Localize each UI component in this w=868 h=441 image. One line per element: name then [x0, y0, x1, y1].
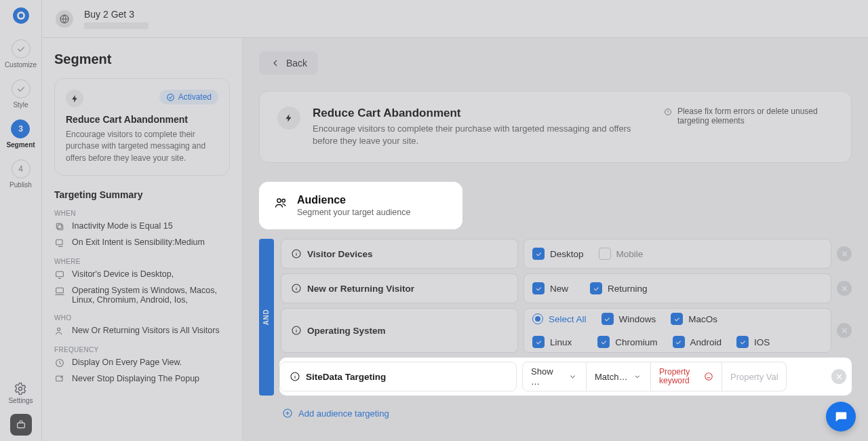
rule-label: Operating System: [281, 308, 518, 353]
error-icon: [704, 372, 713, 381]
os-icon: [54, 286, 65, 296]
summary-where-label: WHERE: [54, 258, 230, 265]
checkbox-windows[interactable]: Windows: [601, 313, 656, 325]
audience-subtitle: Segment your target audience: [297, 208, 410, 217]
add-audience-targeting-link[interactable]: Add audience targeting: [282, 408, 389, 419]
summary-item: Visitor's Device is Desktop,: [54, 269, 230, 280]
info-icon[interactable]: [291, 283, 302, 294]
rule-label: New or Returning Visitor: [281, 273, 518, 303]
preset-title: Reduce Cart Abandonment: [66, 114, 218, 125]
rule-options: New Returning: [524, 273, 831, 303]
summary-item: Display On Every Page View.: [54, 358, 230, 368]
rule-label: Visitor Devices: [281, 239, 518, 269]
settings-button[interactable]: Settings: [8, 382, 33, 404]
summary-heading: Targeting Summary: [54, 189, 230, 200]
checkbox-returning[interactable]: Returning: [590, 282, 648, 294]
delete-rule-button[interactable]: ✕: [837, 323, 852, 338]
step-segment[interactable]: 3 Segment: [6, 119, 35, 149]
sitedata-error-label: Property keyword: [651, 362, 722, 391]
svg-rect-9: [56, 240, 62, 245]
rule-options: Select All Windows MacOs Linux Chromium …: [524, 308, 831, 353]
checkbox-linux[interactable]: Linux: [532, 336, 572, 348]
segment-sidebar: Segment Activated Reduce Cart Abandonmen…: [42, 38, 243, 441]
activated-badge: Activated: [159, 90, 218, 104]
hero-title: Reduce Cart Abandonment: [313, 107, 631, 120]
svg-point-17: [282, 199, 285, 202]
form-error-warning: Please fix form errors or delete unused …: [664, 107, 833, 126]
svg-rect-11: [56, 288, 64, 293]
svg-rect-8: [56, 224, 61, 229]
rule-sitedata-targeting: SiteData Targeting Show … Match… Propert…: [279, 362, 846, 391]
arrow-left-icon: [270, 58, 281, 69]
rule-visitor-devices: Visitor Devices Desktop Mobile ✕: [281, 239, 852, 269]
chevron-down-icon: [633, 371, 642, 382]
device-icon: [54, 269, 65, 280]
summary-item: Never Stop Displaying The Popup: [54, 374, 230, 385]
checkbox-mobile[interactable]: Mobile: [599, 248, 644, 260]
summary-item: New Or Returning Visitors is All Visitor…: [54, 326, 230, 337]
sitedata-match-select[interactable]: Match…: [587, 362, 651, 391]
delete-rule-button[interactable]: ✕: [837, 281, 852, 296]
info-icon[interactable]: [291, 325, 302, 336]
top-bar: Buy 2 Get 3: [42, 0, 868, 38]
checkbox-android[interactable]: Android: [673, 336, 722, 348]
audience-title: Audience: [297, 194, 410, 206]
summary-who-label: WHO: [54, 314, 230, 322]
clock-icon: [54, 358, 65, 368]
checkbox-chromium[interactable]: Chromium: [597, 336, 657, 348]
chevron-down-icon: [568, 371, 578, 382]
rule-options: Desktop Mobile: [524, 239, 831, 269]
warning-icon: [664, 107, 672, 117]
toolbox-button[interactable]: [10, 414, 32, 436]
campaign-title: Buy 2 Get 3: [84, 9, 149, 20]
person-icon: [54, 326, 65, 337]
svg-point-12: [58, 328, 60, 330]
sitedata-value-input[interactable]: [722, 362, 787, 391]
delete-rule-button[interactable]: ✕: [831, 369, 846, 384]
summary-item: Inactivity Mode is Equal 15: [54, 221, 230, 232]
info-icon[interactable]: [290, 371, 300, 382]
app-logo[interactable]: [11, 5, 31, 26]
checkbox-macos[interactable]: MacOs: [671, 313, 717, 325]
rule-new-returning: New or Returning Visitor New Returning ✕: [281, 273, 852, 303]
chat-button[interactable]: [826, 402, 856, 432]
popup-icon: [54, 374, 65, 385]
svg-point-2: [18, 14, 23, 18]
checkbox-desktop[interactable]: Desktop: [532, 248, 584, 260]
delete-rule-button[interactable]: ✕: [837, 246, 852, 261]
people-icon: [274, 196, 288, 210]
svg-rect-10: [56, 272, 64, 277]
sitedata-show-select[interactable]: Show …: [522, 362, 587, 391]
and-connector: AND: [259, 239, 274, 396]
svg-point-22: [705, 373, 713, 381]
step-customize[interactable]: Customize: [5, 39, 37, 69]
radio-select-all[interactable]: Select All: [532, 313, 587, 324]
rule-label: SiteData Targeting: [279, 362, 517, 391]
campaign-subtitle-placeholder: [84, 22, 149, 29]
chat-icon: [833, 409, 848, 424]
segment-preset-card: Activated Reduce Cart Abandonment Encour…: [54, 78, 230, 176]
sidebar-heading: Segment: [54, 52, 230, 67]
campaign-title-block: Buy 2 Get 3: [84, 9, 149, 29]
copy-icon: [54, 221, 65, 232]
checkbox-ios[interactable]: IOS: [736, 336, 770, 348]
step-publish[interactable]: 4 Publish: [9, 159, 32, 189]
globe-icon: [56, 10, 73, 28]
checkbox-new[interactable]: New: [532, 282, 568, 294]
preset-desc: Encourage visitors to complete their pur…: [66, 129, 218, 164]
step-style[interactable]: Style: [12, 79, 31, 109]
audience-section-header: Audience Segment your target audience: [259, 182, 462, 229]
bolt-icon: [66, 90, 83, 107]
exit-icon: [54, 237, 65, 248]
bolt-icon: [277, 107, 300, 130]
summary-when-label: WHEN: [54, 210, 230, 217]
hero-card: Reduce Cart Abandonment Encourage visito…: [259, 91, 852, 163]
svg-point-3: [19, 387, 22, 391]
svg-rect-7: [58, 225, 62, 230]
plus-circle-icon: [282, 408, 293, 419]
hero-desc: Encourage visitors to complete their pur…: [313, 123, 631, 147]
rules-group: AND Visitor Devices Desktop Mobile ✕: [259, 239, 852, 396]
back-button[interactable]: Back: [259, 52, 318, 75]
info-icon[interactable]: [291, 248, 302, 259]
summary-frequency-label: FREQUENCY: [54, 346, 230, 353]
